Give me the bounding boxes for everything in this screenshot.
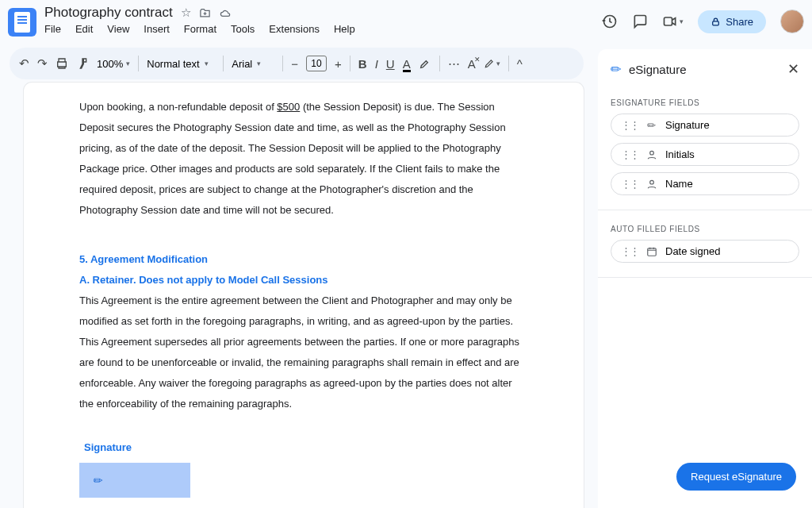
section-esignature-fields: ESIGNATURE FIELDS (611, 98, 799, 107)
initials-icon (646, 149, 657, 160)
cloud-status-icon[interactable] (219, 7, 232, 19)
svg-point-2 (650, 151, 654, 155)
document-canvas: Upon booking, a non-refundable deposit o… (0, 44, 598, 508)
pen-icon: ✎ (90, 472, 106, 488)
move-icon[interactable] (199, 7, 211, 19)
heading-5[interactable]: 5. Agreement Modification (79, 249, 520, 270)
calendar-icon (646, 246, 657, 257)
menu-view[interactable]: View (107, 23, 129, 35)
field-signature[interactable]: ⋮⋮ ✎ Signature (611, 114, 799, 137)
page: Upon booking, a non-refundable deposit o… (24, 83, 584, 508)
menu-extensions[interactable]: Extensions (269, 23, 320, 35)
grip-icon: ⋮⋮ (621, 245, 638, 257)
field-date-signed[interactable]: ⋮⋮ Date signed (611, 240, 799, 263)
avatar[interactable] (780, 10, 804, 33)
menu-edit[interactable]: Edit (75, 23, 93, 35)
grip-icon: ⋮⋮ (621, 119, 638, 131)
comment-icon[interactable] (632, 13, 648, 29)
close-icon[interactable]: ✕ (787, 60, 799, 78)
pen-icon: ✎ (644, 117, 661, 133)
esignature-sidebar: ✎ eSignature ✕ ESIGNATURE FIELDS ⋮⋮ ✎ Si… (598, 49, 812, 508)
share-label: Share (726, 16, 753, 28)
grip-icon: ⋮⋮ (621, 178, 638, 190)
pen-icon: ✎ (607, 60, 625, 79)
sidebar-title: eSignature (629, 63, 687, 76)
app-header: Photography contract ☆ File Edit View In… (0, 0, 812, 44)
paragraph-deposit[interactable]: Upon booking, a non-refundable deposit o… (79, 97, 520, 221)
signature-label[interactable]: Signature (84, 441, 520, 453)
svg-rect-1 (713, 21, 719, 25)
field-name[interactable]: ⋮⋮ Name (611, 172, 799, 195)
docs-logo[interactable] (8, 8, 36, 37)
grip-icon: ⋮⋮ (621, 148, 638, 160)
name-icon (646, 179, 657, 190)
star-icon[interactable]: ☆ (181, 6, 191, 20)
field-initials[interactable]: ⋮⋮ Initials (611, 143, 799, 166)
heading-6[interactable]: A. Retainer. Does not apply to Model Cal… (79, 270, 520, 291)
svg-rect-4 (648, 248, 657, 255)
menu-format[interactable]: Format (184, 23, 216, 35)
signature-field[interactable]: ✎ (79, 463, 190, 498)
svg-rect-0 (665, 17, 672, 25)
svg-point-3 (650, 180, 654, 184)
history-icon[interactable] (602, 13, 618, 29)
menu-file[interactable]: File (44, 23, 61, 35)
meet-icon[interactable]: ▾ (662, 13, 684, 29)
document-title[interactable]: Photography contract (44, 5, 173, 21)
share-button[interactable]: Share (698, 10, 766, 33)
request-esignature-button[interactable]: Request eSignature (676, 463, 796, 491)
section-auto-filled: AUTO FILLED FIELDS (611, 225, 799, 233)
menu-help[interactable]: Help (334, 23, 355, 35)
paragraph-agreement[interactable]: This Agreement is the entire agreement b… (79, 291, 520, 414)
menu-bar: File Edit View Insert Format Tools Exten… (44, 23, 355, 35)
menu-insert[interactable]: Insert (144, 23, 170, 35)
menu-tools[interactable]: Tools (231, 23, 255, 35)
